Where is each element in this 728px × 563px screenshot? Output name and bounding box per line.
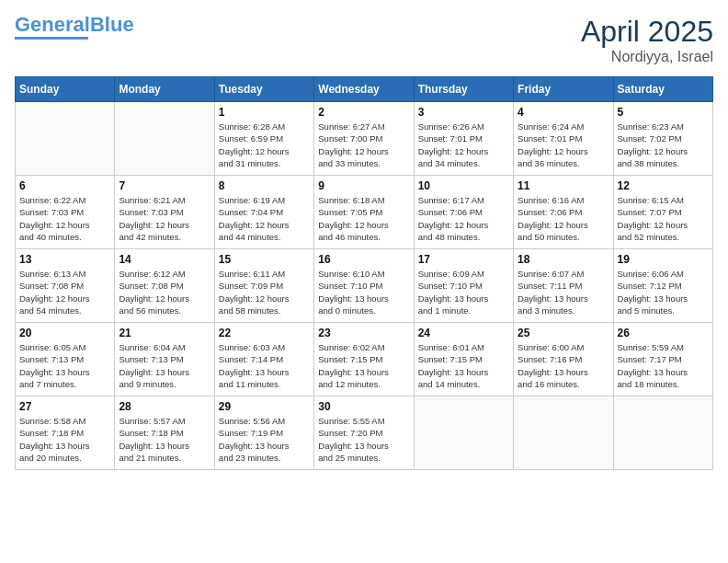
calendar-cell (613, 396, 712, 470)
day-info: Sunrise: 6:19 AMSunset: 7:04 PMDaylight:… (219, 194, 310, 243)
day-number: 11 (518, 179, 609, 192)
day-number: 26 (618, 327, 709, 339)
calendar-table: SundayMondayTuesdayWednesdayThursdayFrid… (15, 76, 713, 470)
day-info: Sunrise: 6:18 AMSunset: 7:05 PMDaylight:… (318, 194, 409, 243)
page-header: GeneralBlue April 2025 Nordiyya, Israel (15, 15, 713, 65)
day-number: 14 (119, 253, 210, 266)
day-info: Sunrise: 5:55 AMSunset: 7:20 PMDaylight:… (318, 415, 409, 464)
day-info: Sunrise: 6:24 AMSunset: 7:01 PMDaylight:… (518, 121, 609, 169)
calendar-cell: 8Sunrise: 6:19 AMSunset: 7:04 PMDaylight… (214, 176, 313, 249)
logo-text: GeneralBlue (15, 15, 134, 35)
day-number: 12 (618, 179, 709, 192)
calendar-cell: 21Sunrise: 6:04 AMSunset: 7:13 PMDayligh… (115, 323, 214, 396)
day-info: Sunrise: 6:03 AMSunset: 7:14 PMDaylight:… (219, 341, 310, 390)
title-block: April 2025 Nordiyya, Israel (581, 15, 713, 65)
day-info: Sunrise: 6:28 AMSunset: 6:59 PMDaylight:… (219, 121, 310, 169)
day-info: Sunrise: 6:15 AMSunset: 7:07 PMDaylight:… (618, 194, 709, 243)
day-number: 8 (219, 179, 310, 192)
day-number: 28 (119, 400, 210, 413)
calendar-week-row: 6Sunrise: 6:22 AMSunset: 7:03 PMDaylight… (16, 176, 713, 249)
weekday-header-row: SundayMondayTuesdayWednesdayThursdayFrid… (16, 77, 713, 102)
calendar-cell (414, 396, 513, 470)
day-number: 25 (518, 327, 609, 339)
logo-general: General (15, 13, 90, 36)
calendar-cell: 4Sunrise: 6:24 AMSunset: 7:01 PMDaylight… (514, 102, 613, 176)
day-info: Sunrise: 6:05 AMSunset: 7:13 PMDaylight:… (19, 341, 110, 390)
calendar-cell (514, 396, 613, 470)
calendar-cell: 20Sunrise: 6:05 AMSunset: 7:13 PMDayligh… (16, 323, 115, 396)
calendar-week-row: 13Sunrise: 6:13 AMSunset: 7:08 PMDayligh… (16, 249, 713, 323)
day-info: Sunrise: 6:22 AMSunset: 7:03 PMDaylight:… (19, 194, 110, 243)
day-number: 1 (219, 106, 310, 119)
day-number: 21 (119, 327, 210, 339)
calendar-cell: 16Sunrise: 6:10 AMSunset: 7:10 PMDayligh… (314, 249, 414, 323)
day-info: Sunrise: 6:16 AMSunset: 7:06 PMDaylight:… (518, 194, 609, 243)
calendar-cell: 24Sunrise: 6:01 AMSunset: 7:15 PMDayligh… (414, 323, 513, 396)
day-info: Sunrise: 6:11 AMSunset: 7:09 PMDaylight:… (219, 268, 310, 316)
day-info: Sunrise: 5:59 AMSunset: 7:17 PMDaylight:… (618, 341, 709, 390)
weekday-header: Friday (514, 77, 613, 102)
day-info: Sunrise: 6:09 AMSunset: 7:10 PMDaylight:… (418, 268, 509, 316)
day-number: 5 (618, 106, 709, 119)
calendar-cell: 2Sunrise: 6:27 AMSunset: 7:00 PMDaylight… (314, 102, 414, 176)
day-number: 20 (19, 327, 110, 339)
calendar-week-row: 27Sunrise: 5:58 AMSunset: 7:18 PMDayligh… (16, 396, 713, 470)
calendar-cell: 17Sunrise: 6:09 AMSunset: 7:10 PMDayligh… (414, 249, 513, 323)
day-number: 22 (219, 327, 310, 339)
calendar-cell: 3Sunrise: 6:26 AMSunset: 7:01 PMDaylight… (414, 102, 513, 176)
logo-underline (15, 37, 88, 40)
day-number: 10 (418, 179, 509, 192)
calendar-cell: 29Sunrise: 5:56 AMSunset: 7:19 PMDayligh… (214, 396, 313, 470)
weekday-header: Thursday (414, 77, 513, 102)
day-number: 19 (618, 253, 709, 266)
calendar-cell: 25Sunrise: 6:00 AMSunset: 7:16 PMDayligh… (514, 323, 613, 396)
day-info: Sunrise: 5:57 AMSunset: 7:18 PMDaylight:… (119, 415, 210, 464)
day-number: 27 (19, 400, 110, 413)
weekday-header: Wednesday (314, 77, 414, 102)
day-info: Sunrise: 5:56 AMSunset: 7:19 PMDaylight:… (219, 415, 310, 464)
day-number: 7 (119, 179, 210, 192)
day-info: Sunrise: 6:02 AMSunset: 7:15 PMDaylight:… (318, 341, 409, 390)
day-info: Sunrise: 6:07 AMSunset: 7:11 PMDaylight:… (518, 268, 609, 316)
day-info: Sunrise: 6:10 AMSunset: 7:10 PMDaylight:… (318, 268, 409, 316)
calendar-cell: 27Sunrise: 5:58 AMSunset: 7:18 PMDayligh… (16, 396, 115, 470)
calendar-cell: 7Sunrise: 6:21 AMSunset: 7:03 PMDaylight… (115, 176, 214, 249)
weekday-header: Monday (115, 77, 214, 102)
day-info: Sunrise: 6:06 AMSunset: 7:12 PMDaylight:… (618, 268, 709, 316)
day-info: Sunrise: 6:27 AMSunset: 7:00 PMDaylight:… (318, 121, 409, 169)
day-info: Sunrise: 6:01 AMSunset: 7:15 PMDaylight:… (418, 341, 509, 390)
weekday-header: Sunday (16, 77, 115, 102)
day-info: Sunrise: 6:21 AMSunset: 7:03 PMDaylight:… (119, 194, 210, 243)
logo: GeneralBlue (15, 15, 134, 40)
day-number: 3 (418, 106, 509, 119)
day-info: Sunrise: 6:04 AMSunset: 7:13 PMDaylight:… (119, 341, 210, 390)
weekday-header: Saturday (613, 77, 712, 102)
calendar-cell: 10Sunrise: 6:17 AMSunset: 7:06 PMDayligh… (414, 176, 513, 249)
day-number: 9 (318, 179, 409, 192)
day-number: 23 (318, 327, 409, 339)
day-number: 30 (318, 400, 409, 413)
day-number: 18 (518, 253, 609, 266)
calendar-cell: 9Sunrise: 6:18 AMSunset: 7:05 PMDaylight… (314, 176, 414, 249)
day-number: 17 (418, 253, 509, 266)
calendar-cell: 15Sunrise: 6:11 AMSunset: 7:09 PMDayligh… (214, 249, 313, 323)
day-number: 24 (418, 327, 509, 339)
calendar-week-row: 1Sunrise: 6:28 AMSunset: 6:59 PMDaylight… (16, 102, 713, 176)
calendar-cell: 28Sunrise: 5:57 AMSunset: 7:18 PMDayligh… (115, 396, 214, 470)
calendar-cell: 22Sunrise: 6:03 AMSunset: 7:14 PMDayligh… (214, 323, 313, 396)
day-number: 6 (19, 179, 110, 192)
calendar-cell (16, 102, 115, 176)
month-year: April 2025 (581, 15, 713, 49)
calendar-cell: 12Sunrise: 6:15 AMSunset: 7:07 PMDayligh… (613, 176, 712, 249)
calendar-cell: 26Sunrise: 5:59 AMSunset: 7:17 PMDayligh… (613, 323, 712, 396)
calendar-cell: 13Sunrise: 6:13 AMSunset: 7:08 PMDayligh… (16, 249, 115, 323)
calendar-cell: 14Sunrise: 6:12 AMSunset: 7:08 PMDayligh… (115, 249, 214, 323)
logo-blue: Blue (90, 13, 134, 36)
day-info: Sunrise: 6:13 AMSunset: 7:08 PMDaylight:… (19, 268, 110, 316)
location: Nordiyya, Israel (581, 49, 713, 65)
calendar-cell: 30Sunrise: 5:55 AMSunset: 7:20 PMDayligh… (314, 396, 414, 470)
weekday-header: Tuesday (214, 77, 313, 102)
day-number: 15 (219, 253, 310, 266)
day-info: Sunrise: 6:26 AMSunset: 7:01 PMDaylight:… (418, 121, 509, 169)
day-info: Sunrise: 6:00 AMSunset: 7:16 PMDaylight:… (518, 341, 609, 390)
